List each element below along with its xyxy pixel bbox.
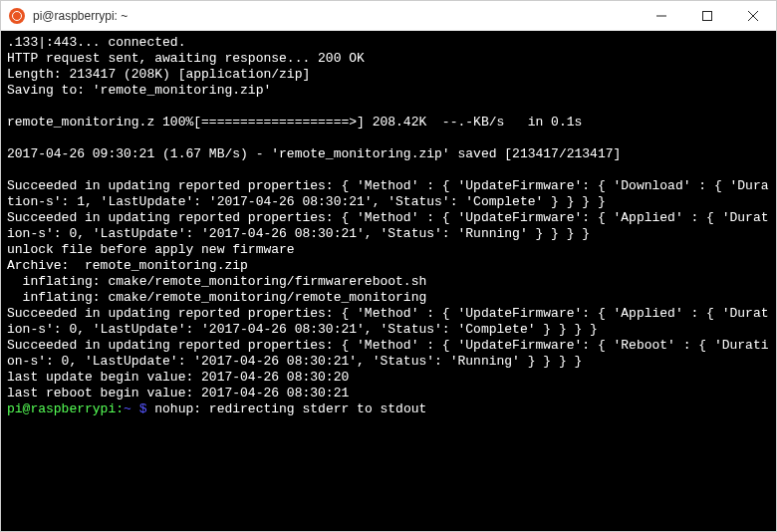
maximize-icon <box>702 11 712 21</box>
window-title: pi@raspberrypi: ~ <box>33 9 639 23</box>
prompt-user-host: pi@raspberrypi <box>7 401 116 416</box>
terminal-output[interactable]: .133|:443... connected. HTTP request sen… <box>1 31 776 531</box>
window-controls <box>639 1 776 30</box>
minimize-button[interactable] <box>639 1 684 30</box>
terminal-lines: .133|:443... connected. HTTP request sen… <box>7 35 769 400</box>
close-icon <box>748 11 758 21</box>
ubuntu-icon <box>9 8 25 24</box>
close-button[interactable] <box>730 1 776 30</box>
titlebar[interactable]: pi@raspberrypi: ~ <box>1 1 776 31</box>
prompt-command: nohup: redirecting stderr to stdout <box>154 401 426 416</box>
minimize-icon <box>656 11 666 21</box>
prompt-sep: : <box>116 401 124 416</box>
prompt-path: ~ $ <box>124 401 154 416</box>
svg-rect-1 <box>703 11 712 20</box>
terminal-window: pi@raspberrypi: ~ .133|:443... connected… <box>0 0 777 532</box>
maximize-button[interactable] <box>684 1 730 30</box>
